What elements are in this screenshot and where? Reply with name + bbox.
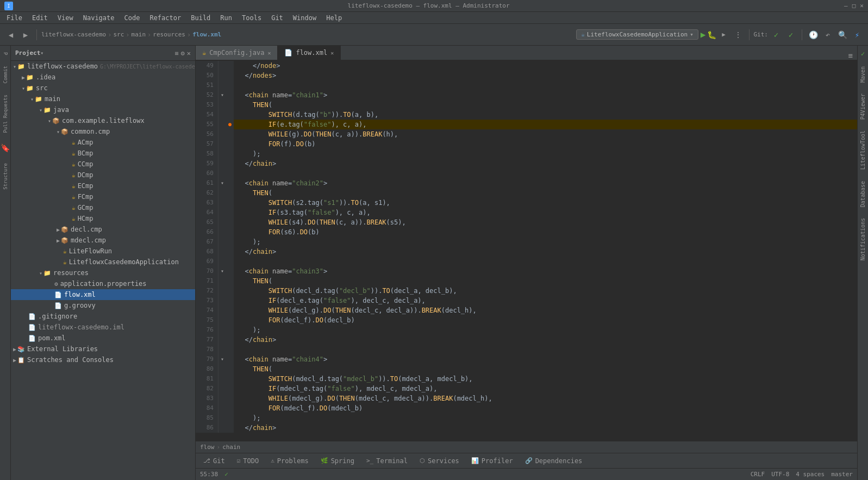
tree-item-src[interactable]: ▾ 📁 src	[11, 83, 195, 93]
tab-profiler[interactable]: 📊 Profiler	[466, 454, 519, 468]
tree-item-fcmp[interactable]: ☕ FCmp	[11, 191, 195, 202]
fold-86[interactable]	[218, 423, 226, 433]
tree-item-ccmp[interactable]: ☕ CCmp	[11, 159, 195, 170]
tab-todo[interactable]: ☑ TODO	[232, 454, 265, 468]
menu-git[interactable]: Git	[267, 13, 288, 23]
fold-75[interactable]	[218, 315, 226, 325]
commit-button[interactable]: Commit	[2, 61, 9, 88]
forward-button[interactable]: ▶	[19, 28, 32, 41]
tree-item-liteflowrun[interactable]: ☕ LiteFlowRun	[11, 246, 195, 257]
undo-button[interactable]: ↶	[821, 28, 834, 41]
tree-item-app[interactable]: ☕ LiteflowxCasedemoApplication	[11, 257, 195, 267]
fold-68[interactable]	[218, 247, 226, 257]
more-run-button[interactable]: ⋮	[732, 28, 745, 41]
git-push-button[interactable]: ✓	[784, 28, 797, 41]
status-indent[interactable]: 4 spaces	[796, 471, 825, 478]
tab-cmpconfig[interactable]: ☕ CmpConfig.java ✕	[196, 46, 278, 60]
panel-settings[interactable]: ⚙	[181, 49, 185, 57]
tree-item-package-com[interactable]: ▾ 📦 com.example.liteflowx	[11, 115, 195, 126]
tree-item-mdecl-cmp[interactable]: ▶ 📦 mdecl.cmp	[11, 235, 195, 246]
coverage-button[interactable]: ▶	[717, 28, 730, 41]
fold-59[interactable]	[218, 159, 226, 169]
project-tool-button[interactable]: P	[2, 48, 9, 59]
fold-76[interactable]	[218, 325, 226, 335]
tree-item-bcmp[interactable]: ☕ BCmp	[11, 148, 195, 159]
structure-button[interactable]: Structure	[2, 159, 9, 194]
fold-74[interactable]	[218, 306, 226, 315]
search-button[interactable]: 🔍	[836, 28, 849, 41]
tab-flowxml[interactable]: 📄 flow.xml ✕	[278, 46, 341, 60]
close-button[interactable]: ✕	[860, 2, 864, 9]
tree-item-gcmp[interactable]: ☕ GCmp	[11, 202, 195, 213]
tab-git[interactable]: ⎇ Git	[198, 454, 230, 468]
panel-collapse-all[interactable]: ≡	[174, 49, 178, 57]
notifications-panel-button[interactable]: Notifications	[859, 214, 867, 265]
fold-84[interactable]	[218, 403, 226, 413]
p4viewer-panel-button[interactable]: P4Viewer	[859, 89, 867, 124]
tab-services[interactable]: ⬡ Services	[414, 454, 465, 468]
status-branch[interactable]: master	[831, 471, 853, 478]
bookmarks-button[interactable]: 🔖	[0, 139, 11, 157]
menu-run[interactable]: Run	[216, 13, 236, 23]
fold-65[interactable]	[218, 217, 226, 227]
tree-item-pom[interactable]: 📄 pom.xml	[11, 333, 195, 344]
tree-item-common-cmp[interactable]: ▾ 📦 common.cmp	[11, 126, 195, 137]
tree-item-dcmp[interactable]: ☕ DCmp	[11, 170, 195, 180]
menu-file[interactable]: File	[2, 13, 27, 23]
status-charset[interactable]: UTF-8	[771, 471, 789, 478]
tree-item-flowxml[interactable]: 📄 flow.xml	[11, 289, 195, 300]
fold-55[interactable]	[218, 120, 226, 129]
minimize-button[interactable]: –	[844, 2, 848, 9]
menu-edit[interactable]: Edit	[28, 13, 52, 23]
fold-77[interactable]	[218, 335, 226, 345]
fold-82[interactable]	[218, 384, 226, 394]
fold-72[interactable]	[218, 286, 226, 296]
fold-64[interactable]	[218, 208, 226, 217]
tree-item-idea[interactable]: ▶ 📁 .idea	[11, 72, 195, 83]
fold-70[interactable]: ▾	[218, 266, 226, 276]
tree-item-appprops[interactable]: ⚙ application.properties	[11, 278, 195, 289]
menu-help[interactable]: Help	[322, 13, 346, 23]
fold-83[interactable]	[218, 394, 226, 403]
fold-56[interactable]	[218, 129, 226, 139]
fold-57[interactable]	[218, 139, 226, 149]
run-configuration-dropdown[interactable]: ☕ LiteflowxCasedemoApplication ▾	[576, 29, 698, 40]
tree-item-hcmp[interactable]: ☕ HCmp	[11, 213, 195, 224]
fold-67[interactable]	[218, 237, 226, 247]
fold-52[interactable]: ▾	[218, 90, 226, 100]
tree-item-resources[interactable]: ▾ 📁 resources	[11, 267, 195, 278]
fold-54[interactable]	[218, 110, 226, 120]
fold-53[interactable]	[218, 100, 226, 110]
fold-66[interactable]	[218, 227, 226, 237]
fold-49[interactable]	[218, 61, 226, 71]
menu-navigate[interactable]: Navigate	[79, 13, 119, 23]
fold-58[interactable]	[218, 149, 226, 159]
fold-73[interactable]	[218, 296, 226, 306]
tree-item-main[interactable]: ▾ 📁 main	[11, 93, 195, 104]
tab-dependencies[interactable]: 🔗 Dependencies	[520, 454, 588, 468]
fold-51[interactable]	[218, 80, 226, 90]
tree-item-iml[interactable]: 📄 liteflowx-casedemo.iml	[11, 322, 195, 333]
fold-81[interactable]	[218, 374, 226, 384]
tree-item-groovy[interactable]: 📄 g.groovy	[11, 300, 195, 311]
menu-code[interactable]: Code	[120, 13, 145, 23]
menu-build[interactable]: Build	[186, 13, 215, 23]
tab-terminal[interactable]: >_ Terminal	[361, 454, 413, 468]
tree-item-gitignore[interactable]: 📄 .gitignore	[11, 311, 195, 322]
back-button[interactable]: ◀	[4, 28, 17, 41]
fold-71[interactable]	[218, 276, 226, 286]
fold-61[interactable]: ▾	[218, 178, 226, 188]
database-panel-button[interactable]: Database	[859, 177, 867, 211]
panel-close[interactable]: ✕	[187, 49, 191, 57]
tree-item-decl-cmp[interactable]: ▶ 📦 decl.cmp	[11, 224, 195, 235]
tab-problems[interactable]: ⚠ Problems	[265, 454, 314, 468]
debug-button[interactable]: 🐛	[707, 30, 716, 39]
cmpconfig-close-button[interactable]: ✕	[267, 50, 271, 56]
tab-spring[interactable]: 🌿 Spring	[315, 454, 360, 468]
fold-69[interactable]	[218, 257, 226, 266]
tabs-overflow-button[interactable]: ≡	[848, 51, 853, 60]
menu-view[interactable]: View	[53, 13, 78, 23]
tree-item-scratches[interactable]: ▶ 📋 Scratches and Consoles	[11, 354, 195, 365]
fold-78[interactable]	[218, 345, 226, 354]
settings-button[interactable]: ⚡	[851, 28, 864, 41]
